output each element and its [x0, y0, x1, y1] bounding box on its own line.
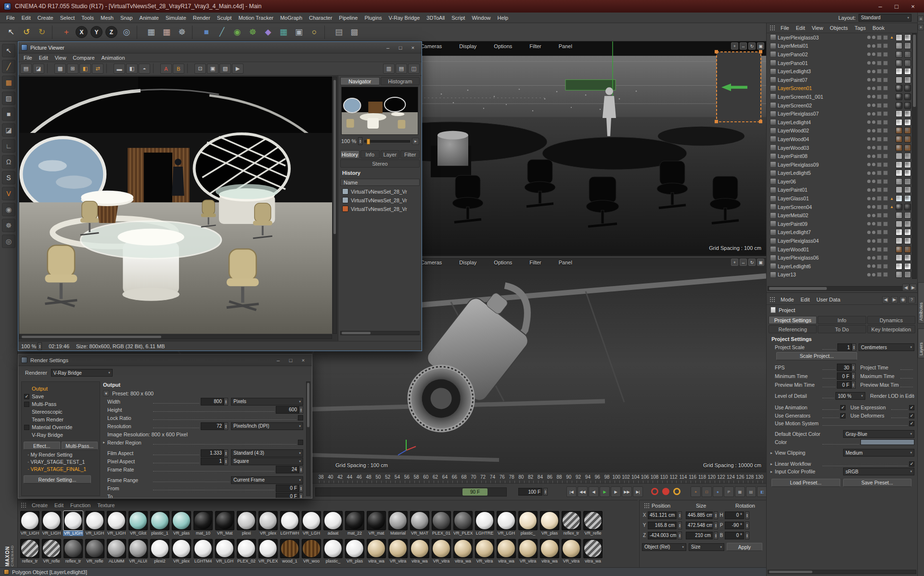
material-sphere-icon[interactable] — [367, 511, 386, 530]
material-mat-10[interactable]: mat_10 — [193, 511, 213, 536]
pan-icon[interactable]: + — [731, 42, 738, 50]
dropdown[interactable]: Gray-Blue▾ — [843, 430, 914, 438]
render-visibility-dot[interactable] — [872, 205, 875, 209]
compositing-tag-icon[interactable] — [883, 145, 888, 150]
viewport-menu-display[interactable]: Display — [456, 43, 480, 49]
menu-3dtoall[interactable]: 3DToAll — [423, 15, 448, 21]
material-thumbnail-icon[interactable] — [904, 34, 911, 41]
rendered-image[interactable] — [19, 77, 332, 334]
material-thumbnail-icon[interactable] — [896, 127, 902, 134]
effect-button[interactable]: Effect... — [24, 442, 60, 450]
render-visibility-dot[interactable] — [872, 248, 875, 251]
value-input[interactable]: 600 — [276, 406, 299, 414]
layer-tag-icon[interactable] — [877, 179, 882, 184]
editor-visibility-dot[interactable] — [867, 44, 871, 48]
layer-item-layerplexiglass03[interactable]: LayerPlexiglass03 ▲ — [767, 33, 911, 42]
material-thumbnail-icon[interactable] — [896, 102, 902, 109]
material-vr-plex[interactable]: VR_plex — [258, 511, 278, 536]
pen-spline-icon[interactable]: ╱ — [215, 25, 229, 39]
dropdown[interactable]: Square▾ — [231, 458, 303, 465]
menu-create[interactable]: Create — [34, 15, 57, 21]
compositing-tag-icon[interactable] — [883, 103, 888, 108]
layer-tag-icon[interactable] — [877, 187, 882, 192]
editor-visibility-dot[interactable] — [867, 112, 871, 116]
material-sphere-icon[interactable] — [64, 511, 83, 530]
timeline-frame-62[interactable]: 62 — [433, 474, 438, 480]
panel-grip-icon[interactable] — [644, 503, 650, 509]
menu-animate[interactable]: Animate — [136, 15, 162, 21]
timeline-frame-110[interactable]: 110 — [660, 474, 668, 480]
material-vitra-wa[interactable]: vitra_wa — [496, 539, 516, 564]
checkbox[interactable] — [298, 415, 303, 420]
material-sphere-icon[interactable] — [518, 511, 538, 530]
dock-tab-attributes[interactable]: Attributes — [918, 282, 924, 324]
pv-menu-animation[interactable]: Animation — [98, 55, 128, 61]
render-visibility-dot[interactable] — [872, 264, 875, 268]
maximize-view-icon[interactable]: ▣ — [757, 42, 764, 50]
material-thumbnail-icon[interactable] — [904, 186, 911, 193]
timeline-frame-130[interactable]: 130 — [755, 474, 763, 480]
layer-item-layerpaint07[interactable]: LayerPaint07 ▲ — [767, 76, 911, 84]
pv-maximize-button[interactable]: □ — [395, 43, 406, 52]
timeline-frame-42[interactable]: 42 — [337, 474, 343, 480]
editor-visibility-dot[interactable] — [867, 239, 871, 243]
timeline-frame-98[interactable]: 98 — [604, 474, 609, 480]
timeline-frame-80[interactable]: 80 — [518, 474, 524, 480]
layer-item-layermetal01[interactable]: LayerMetal01 ▲ — [767, 42, 911, 51]
expand-arrow-icon[interactable]: ▸ — [770, 462, 775, 466]
stepper-icon[interactable]: ▲▼ — [851, 372, 856, 380]
menu-mograph[interactable]: MoGraph — [277, 15, 306, 21]
render-visibility-dot[interactable] — [872, 273, 875, 276]
attr-horizontal-scrollbar[interactable] — [768, 570, 916, 574]
material-vitra-wa[interactable]: vitra_wa — [539, 539, 560, 564]
layer-tag-icon[interactable] — [877, 69, 882, 74]
layer-tag-icon[interactable] — [877, 230, 882, 235]
live-selection-icon[interactable]: ↖ — [2, 44, 15, 57]
layer-item-layerpano02[interactable]: LayerPano02 ▲ — [767, 50, 911, 59]
value-input[interactable]: 1 — [837, 343, 852, 351]
om-menu-view[interactable]: View — [808, 25, 827, 31]
dropdown[interactable]: Current Frame▾ — [231, 476, 303, 484]
timeline-frame-56[interactable]: 56 — [404, 474, 410, 480]
editor-visibility-dot[interactable] — [867, 78, 871, 81]
playhead-chip[interactable]: 90 F — [462, 488, 488, 496]
target-icon[interactable]: ◎ — [2, 235, 15, 248]
viewport-menu-panel[interactable]: Panel — [555, 260, 576, 265]
material-thumbnail-icon[interactable] — [896, 246, 902, 253]
material-vr-vitra[interactable]: VR_vitra — [431, 539, 451, 564]
history-horizontal-scrollbar[interactable] — [340, 331, 420, 335]
editor-visibility-dot[interactable] — [867, 36, 871, 39]
material-thumbnail-icon[interactable] — [904, 153, 911, 159]
layer-item-layerwood02[interactable]: LayerWood02 ▲ — [767, 127, 911, 135]
checkbox[interactable] — [24, 394, 29, 399]
editor-visibility-dot[interactable] — [867, 95, 871, 98]
layer-tag-icon[interactable] — [877, 35, 882, 40]
render-visibility-dot[interactable] — [872, 197, 875, 200]
material-thumbnail-icon[interactable] — [896, 42, 902, 49]
compositing-tag-icon[interactable] — [883, 43, 888, 48]
menu-pipeline[interactable]: Pipeline — [335, 15, 361, 21]
pv-tab-navigator[interactable]: Navigator — [340, 77, 380, 85]
compare-ab-icon[interactable]: ◧ — [79, 64, 91, 74]
material-thumbnail-icon[interactable] — [904, 170, 911, 176]
pv-tab-layer[interactable]: Layer — [381, 150, 400, 158]
material-menu-texture[interactable]: Texture — [94, 502, 118, 508]
dropdown[interactable]: Pixels▾ — [231, 398, 303, 406]
texture-mode-icon[interactable]: ◪ — [2, 123, 15, 137]
compositing-tag-icon[interactable] — [883, 213, 888, 218]
timeline-frame-52[interactable]: 52 — [385, 474, 390, 480]
compositing-tag-icon[interactable] — [883, 247, 888, 252]
layer-tag-icon[interactable] — [877, 94, 882, 99]
material-thumbnail-icon[interactable] — [904, 263, 911, 270]
material-adaat[interactable]: adaat — [323, 511, 343, 536]
editor-visibility-dot[interactable] — [867, 256, 871, 260]
material-thumbnail-icon[interactable] — [896, 110, 902, 117]
material-sphere-icon[interactable] — [20, 511, 39, 530]
material-thumbnail-icon[interactable] — [904, 246, 911, 253]
value-input[interactable]: 1 — [201, 458, 224, 465]
material-plexi2[interactable]: plexi2 — [150, 539, 170, 564]
timeline-frame-96[interactable]: 96 — [595, 474, 600, 480]
zoom-stepper-icon[interactable]: ▲▼ — [358, 137, 362, 145]
dropdown[interactable]: sRGB▾ — [843, 468, 914, 475]
rs-preset-my-render-setting[interactable]: · My Render Setting — [22, 451, 100, 458]
